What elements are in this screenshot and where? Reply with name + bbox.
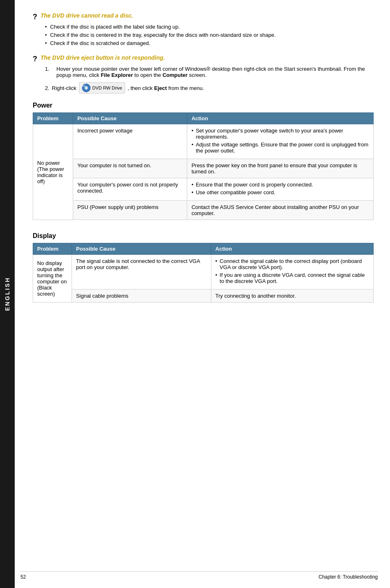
svg-point-2 xyxy=(85,88,87,89)
dvd-disc-icon: DVD xyxy=(82,83,91,92)
col-problem: Problem xyxy=(33,243,72,255)
cell-action: Ensure that the power cord is properly c… xyxy=(187,178,374,201)
col-cause: Possible Cause xyxy=(72,243,211,255)
table-row: No displayoutput afterturning thecompute… xyxy=(33,255,374,290)
dvd-icon: DVD DVD RW Drive xyxy=(79,82,125,94)
col-action: Action xyxy=(187,113,374,124)
cell-cause: Signal cable problems xyxy=(72,290,211,303)
table-row: Your computer is not turned on. Press th… xyxy=(33,159,374,178)
cell-cause: PSU (Power supply unit) problems xyxy=(73,201,187,220)
dvd-q2-steps: 1. Hover your mouse pointer over the low… xyxy=(45,66,374,78)
footer: 52 Chapter 6: Troubleshooting xyxy=(20,571,378,580)
action-item: Connect the signal cable to the correct … xyxy=(215,258,369,270)
dvd-q1-bullets: Check if the disc is placed with the lab… xyxy=(45,24,374,46)
question-mark-1: ? xyxy=(33,13,37,21)
table-header-row: Problem Possible Cause Action xyxy=(33,113,374,124)
step2-prefix: Right-click xyxy=(52,85,76,91)
display-table: Problem Possible Cause Action No display… xyxy=(33,243,374,303)
dvd-label: DVD RW Drive xyxy=(92,85,122,90)
list-item: 1. Hover your mouse pointer over the low… xyxy=(45,66,374,78)
action-item: Set your computer's power voltage switch… xyxy=(191,128,369,140)
table-row: No power(The powerindicator is off) Inco… xyxy=(33,124,374,159)
action-item: Ensure that the power cord is properly c… xyxy=(191,182,369,188)
sidebar-label: ENGLISH xyxy=(4,277,11,311)
svg-text:DVD: DVD xyxy=(82,85,86,87)
cell-cause: Your computer is not turned on. xyxy=(73,159,187,178)
action-item: Adjust the voltage settings. Ensure that… xyxy=(191,141,369,154)
dvd-q1-title: The DVD drive cannot read a disc. xyxy=(40,12,133,19)
col-cause: Possible Cause xyxy=(73,113,187,124)
list-item: Check if the disc is scratched or damage… xyxy=(45,40,374,46)
table-header-row: Problem Possible Cause Action xyxy=(33,243,374,255)
cell-action: Try connecting to another monitor. xyxy=(211,290,373,303)
cell-cause: The signal cable is not connected to the… xyxy=(72,255,211,290)
cell-cause: Your computer's power cord is not proper… xyxy=(73,178,187,201)
sidebar: ENGLISH xyxy=(0,0,15,588)
cell-problem: No power(The powerindicator is off) xyxy=(33,124,73,220)
action-item: Use other compatible power cord. xyxy=(191,189,369,195)
dvd-step2-line: 2. Right-click DVD DVD RW Drive , then c… xyxy=(45,82,374,94)
list-item: Check if the disc is centered in the tra… xyxy=(45,32,374,38)
action-item: If you are using a discrete VGA card, co… xyxy=(215,272,369,284)
col-action: Action xyxy=(211,243,373,255)
cell-action: Contact the ASUS Service Center about in… xyxy=(187,201,374,220)
cell-action: Press the power key on the front panel t… xyxy=(187,159,374,178)
table-row: Your computer's power cord is not proper… xyxy=(33,178,374,201)
cell-cause: Incorrect power voltage xyxy=(73,124,187,159)
cell-action: Connect the signal cable to the correct … xyxy=(211,255,373,290)
dvd-q1-block: ? The DVD drive cannot read a disc. Chec… xyxy=(33,12,374,46)
power-heading: Power xyxy=(33,102,374,109)
power-table: Problem Possible Cause Action No power(T… xyxy=(33,112,374,220)
question-mark-2: ? xyxy=(33,55,37,63)
page-number: 52 xyxy=(20,574,26,580)
display-heading: Display xyxy=(33,232,374,240)
cell-action: Set your computer's power voltage switch… xyxy=(187,124,374,159)
dvd-q2-title: The DVD drive eject button is not respon… xyxy=(40,54,165,61)
table-row: Signal cable problems Try connecting to … xyxy=(33,290,374,303)
dvd-q2-line: ? The DVD drive eject button is not resp… xyxy=(33,54,374,63)
table-row: PSU (Power supply unit) problems Contact… xyxy=(33,201,374,220)
cell-problem: No displayoutput afterturning thecompute… xyxy=(33,255,72,303)
step2-suffix: , then click Eject from the menu. xyxy=(128,85,204,91)
list-item: Check if the disc is placed with the lab… xyxy=(45,24,374,30)
main-content: ? The DVD drive cannot read a disc. Chec… xyxy=(20,0,390,331)
step2-num: 2. xyxy=(45,85,49,91)
dvd-q1-line: ? The DVD drive cannot read a disc. xyxy=(33,12,374,21)
col-problem: Problem xyxy=(33,113,73,124)
chapter-label: Chapter 6: Troubleshooting xyxy=(318,574,378,580)
dvd-q2-block: ? The DVD drive eject button is not resp… xyxy=(33,54,374,94)
